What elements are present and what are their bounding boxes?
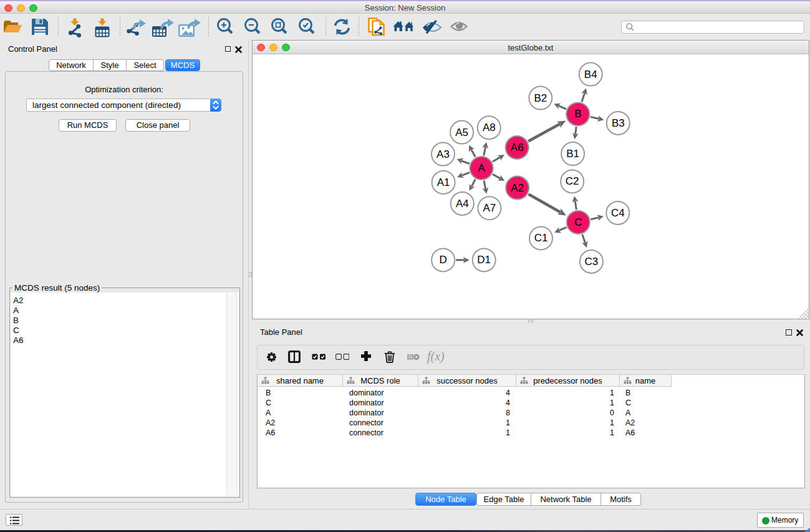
svg-text:C1: C1 bbox=[534, 232, 548, 244]
svg-text:A1: A1 bbox=[437, 177, 450, 188]
svg-text:A7: A7 bbox=[483, 202, 496, 214]
svg-text:C4: C4 bbox=[611, 207, 625, 219]
svg-text:A6: A6 bbox=[511, 142, 524, 153]
svg-text:C3: C3 bbox=[585, 256, 599, 268]
svg-text:A2: A2 bbox=[511, 182, 524, 194]
svg-text:B1: B1 bbox=[566, 148, 579, 160]
svg-text:D: D bbox=[439, 254, 446, 266]
svg-text:D1: D1 bbox=[477, 254, 491, 266]
svg-text:A3: A3 bbox=[436, 148, 450, 160]
svg-text:B: B bbox=[574, 108, 581, 120]
svg-text:B4: B4 bbox=[584, 69, 597, 80]
svg-text:C2: C2 bbox=[566, 175, 579, 187]
svg-text:A5: A5 bbox=[455, 127, 468, 138]
svg-text:A: A bbox=[478, 162, 485, 174]
svg-text:C: C bbox=[574, 216, 582, 228]
svg-text:A4: A4 bbox=[456, 198, 469, 210]
svg-text:B3: B3 bbox=[612, 117, 625, 129]
svg-text:A8: A8 bbox=[483, 122, 496, 133]
svg-text:B2: B2 bbox=[534, 92, 547, 104]
